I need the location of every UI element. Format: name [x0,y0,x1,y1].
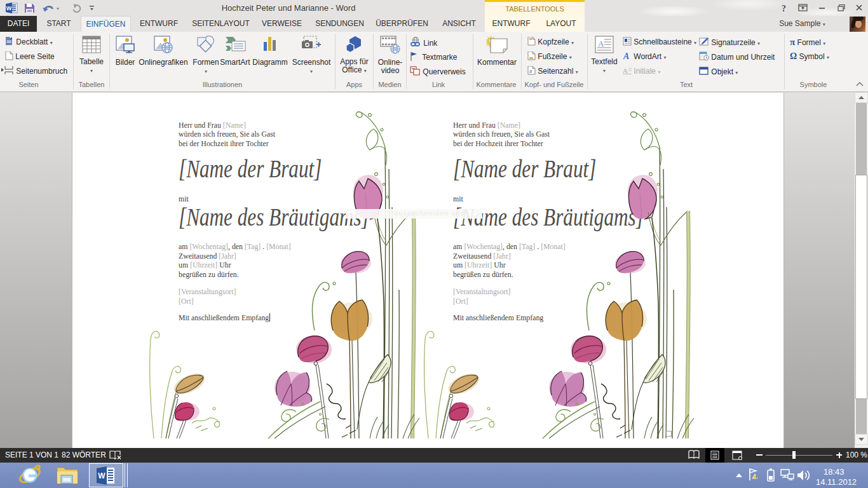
svg-text:#: # [529,69,532,74]
svg-text:!: ! [756,475,757,479]
svg-text:A: A [623,51,629,60]
svg-text:A: A [598,39,604,48]
svg-text:?: ? [782,4,786,13]
svg-text:W: W [6,5,12,11]
svg-text:A: A [623,67,628,74]
svg-text:W: W [98,471,105,480]
